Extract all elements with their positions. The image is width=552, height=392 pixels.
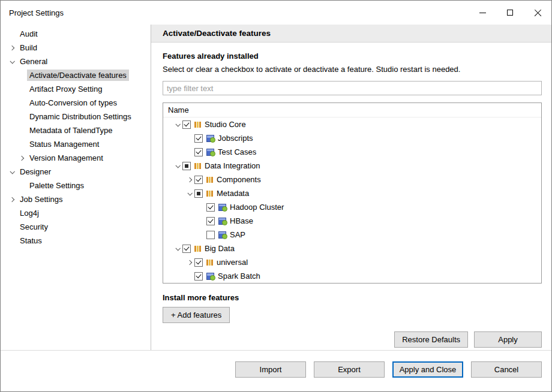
tree-item-studio-core[interactable]: Studio Core — [163, 117, 541, 131]
tree-item-universal[interactable]: universal — [163, 255, 541, 269]
titlebar: Project Settings — [1, 1, 551, 25]
chevron-down-icon[interactable] — [10, 59, 14, 64]
sidebar-item-label: Security — [17, 221, 50, 233]
sidebar-item-log4j[interactable]: Log4j — [1, 206, 151, 220]
sidebar-item-label: Metadata of TalendType — [27, 125, 115, 136]
feature-checkbox[interactable] — [194, 258, 203, 267]
feature-checkbox[interactable] — [182, 162, 191, 170]
sidebar-item-label: Version Management — [27, 152, 106, 164]
sidebar-item-label: Dynamic Distribution Settings — [27, 111, 134, 122]
feature-package-icon — [206, 135, 214, 142]
feature-category-icon — [194, 245, 201, 252]
chevron-right-icon[interactable] — [19, 155, 24, 160]
sidebar-item-label: Auto-Conversion of types — [27, 97, 119, 108]
tree-item-label: Jobscripts — [218, 134, 253, 143]
chevron-down-icon[interactable] — [10, 169, 14, 174]
sidebar-item-designer[interactable]: Designer — [1, 165, 151, 179]
minimize-icon — [479, 13, 486, 13]
sidebar-item-activate-deactivate-features[interactable]: Activate/Deactivate features — [1, 68, 151, 82]
apply-button[interactable]: Apply — [474, 331, 542, 348]
sidebar-item-palette-settings[interactable]: Palette Settings — [1, 179, 151, 192]
maximize-button[interactable] — [496, 1, 524, 25]
feature-category-icon — [194, 162, 201, 169]
chevron-down-icon[interactable] — [175, 163, 180, 168]
sidebar-item-metadata-of-talendtype[interactable]: Metadata of TalendType — [1, 123, 151, 137]
minimize-button[interactable] — [469, 1, 496, 25]
tree-item-test-cases[interactable]: Test Cases — [163, 145, 541, 159]
feature-category-icon — [194, 121, 201, 128]
feature-checkbox[interactable] — [194, 176, 203, 184]
install-more-features-heading: Install more features — [163, 293, 542, 302]
tree-item-hadoop-cluster[interactable]: Hadoop Cluster — [163, 200, 541, 214]
feature-checkbox[interactable] — [206, 203, 215, 212]
sidebar-item-artifact-proxy-setting[interactable]: Artifact Proxy Setting — [1, 82, 151, 96]
sidebar-item-auto-conversion-of-types[interactable]: Auto-Conversion of types — [1, 96, 151, 110]
feature-package-icon — [206, 149, 214, 156]
sidebar-item-label: Status — [17, 235, 44, 246]
window-title: Project Settings — [1, 8, 64, 17]
export-button[interactable]: Export — [314, 361, 385, 378]
feature-package-icon — [218, 231, 226, 239]
feature-checkbox[interactable] — [182, 120, 191, 129]
tree-item-label: Hadoop Cluster — [230, 203, 284, 212]
tree-item-big-data[interactable]: Big Data — [163, 242, 541, 255]
tree-item-label: Studio Core — [205, 120, 246, 129]
tree-item-sap[interactable]: SAP — [163, 228, 541, 242]
installed-features-heading: Features already installed — [163, 52, 542, 61]
tree-item-data-integration[interactable]: Data Integration — [163, 159, 541, 173]
feature-checkbox[interactable] — [194, 134, 203, 143]
maximize-icon — [507, 10, 513, 16]
tree-item-label: SAP — [230, 230, 245, 239]
chevron-down-icon[interactable] — [187, 191, 192, 195]
sidebar-item-version-management[interactable]: Version Management — [1, 151, 151, 165]
restore-defaults-button[interactable]: Restore Defaults — [394, 331, 468, 348]
feature-checkbox[interactable] — [194, 148, 203, 156]
feature-checkbox[interactable] — [206, 231, 215, 239]
cancel-button[interactable]: Cancel — [471, 361, 542, 378]
feature-checkbox[interactable] — [182, 245, 191, 253]
sidebar-item-label: Build — [17, 42, 40, 53]
chevron-right-icon[interactable] — [187, 177, 191, 182]
sidebar-item-label: Job Settings — [17, 194, 65, 205]
sidebar-item-security[interactable]: Security — [1, 220, 151, 234]
tree-item-jobscripts[interactable]: Jobscripts — [163, 131, 541, 145]
tree-item-label: HBase — [230, 216, 253, 225]
add-features-button[interactable]: + Add features — [163, 307, 230, 323]
sidebar-item-label: General — [17, 56, 50, 67]
sidebar-item-status-management[interactable]: Status Management — [1, 137, 151, 151]
chevron-right-icon[interactable] — [10, 197, 14, 201]
feature-category-icon — [206, 190, 213, 197]
feature-checkbox[interactable] — [194, 189, 203, 198]
feature-checkbox[interactable] — [194, 272, 203, 281]
chevron-down-icon[interactable] — [175, 246, 180, 251]
chevron-down-icon[interactable] — [175, 122, 180, 126]
sidebar-item-status[interactable]: Status — [1, 234, 151, 248]
sidebar-item-label: Log4j — [17, 207, 41, 219]
chevron-right-icon[interactable] — [187, 260, 191, 264]
sidebar-item-general[interactable]: General — [1, 55, 151, 68]
page-title: Activate/Deactivate features — [151, 25, 551, 43]
close-button[interactable] — [524, 1, 551, 25]
tree-item-label: Components — [217, 175, 261, 184]
sidebar-item-label: Status Management — [27, 138, 101, 150]
sidebar-item-audit[interactable]: Audit — [1, 27, 151, 41]
tree-item-hbase[interactable]: HBase — [163, 214, 541, 228]
sidebar-item-label: Audit — [17, 28, 40, 40]
feature-category-icon — [206, 176, 213, 183]
installed-features-description: Select or clear a checkbox to activate o… — [163, 65, 542, 74]
sidebar-item-label: Palette Settings — [27, 180, 86, 191]
sidebar-item-dynamic-distribution-settings[interactable]: Dynamic Distribution Settings — [1, 110, 151, 123]
window-controls — [469, 1, 551, 25]
tree-item-components[interactable]: Components — [163, 173, 541, 186]
feature-checkbox[interactable] — [206, 217, 215, 225]
tree-item-spark-batch[interactable]: Spark Batch — [163, 269, 541, 283]
sidebar-item-job-settings[interactable]: Job Settings — [1, 192, 151, 206]
filter-input[interactable] — [163, 81, 542, 95]
tree-item-metadata[interactable]: Metadata — [163, 186, 541, 200]
import-button[interactable]: Import — [235, 361, 306, 378]
sidebar-item-label: Artifact Proxy Setting — [27, 83, 104, 95]
apply-and-close-button[interactable]: Apply and Close — [392, 361, 463, 378]
sidebar-item-build[interactable]: Build — [1, 41, 151, 55]
chevron-right-icon[interactable] — [10, 45, 14, 50]
tree-item-label: Metadata — [217, 189, 249, 198]
